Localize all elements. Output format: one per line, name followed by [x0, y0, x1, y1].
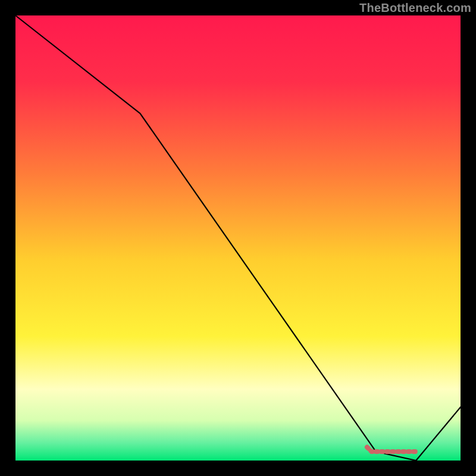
plot-background: [15, 15, 461, 461]
chart-stage: TheBottleneck.com: [0, 0, 476, 476]
watermark-text: TheBottleneck.com: [359, 1, 471, 15]
bottleneck-chart: [0, 0, 476, 476]
